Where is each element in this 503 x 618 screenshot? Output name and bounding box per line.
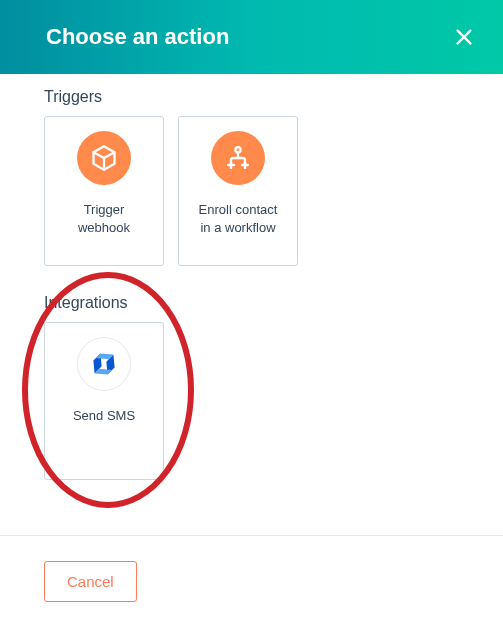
section-label-integrations: Integrations: [44, 294, 459, 312]
action-card-trigger-webhook[interactable]: Trigger webhook: [44, 116, 164, 266]
action-card-enroll-workflow[interactable]: Enroll contact in a workflow: [178, 116, 298, 266]
card-label: Trigger webhook: [72, 201, 136, 237]
integration-logo-icon: [77, 337, 131, 391]
modal-title: Choose an action: [46, 24, 229, 50]
card-label: Send SMS: [67, 407, 141, 425]
cancel-button[interactable]: Cancel: [44, 561, 137, 602]
card-label: Enroll contact in a workflow: [193, 201, 284, 237]
modal-header: Choose an action: [0, 0, 503, 74]
section-label-triggers: Triggers: [44, 88, 459, 106]
triggers-row: Trigger webhook Enroll contact in a work…: [44, 116, 459, 266]
footer-divider: [0, 535, 503, 536]
modal-footer: Cancel: [44, 561, 137, 602]
modal-content: Triggers Trigger webhook: [0, 74, 503, 480]
close-icon[interactable]: [453, 26, 475, 48]
integrations-row: Send SMS: [44, 322, 459, 480]
workflow-icon: [211, 131, 265, 185]
cube-icon: [77, 131, 131, 185]
action-card-send-sms[interactable]: Send SMS: [44, 322, 164, 480]
